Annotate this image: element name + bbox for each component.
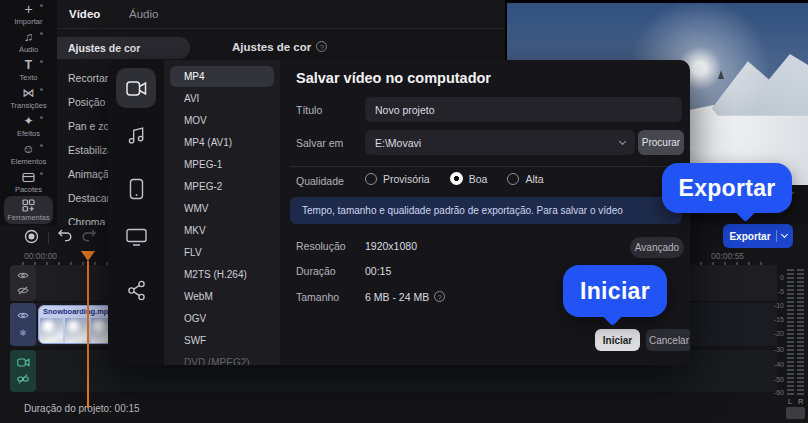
- export-button[interactable]: Exportar: [723, 224, 793, 248]
- playhead-marker[interactable]: [81, 251, 95, 261]
- start-button[interactable]: Iniciar: [595, 329, 640, 351]
- playhead-line[interactable]: [87, 261, 89, 408]
- sidebar-item-elementos[interactable]: ☺ Elementos: [0, 140, 57, 168]
- meter-db-label: -60: [746, 389, 784, 396]
- badge-dot: [40, 172, 43, 175]
- meter-db-label: -5: [746, 288, 784, 295]
- sparkles-icon: ✦: [23, 115, 33, 128]
- sidebar-item-importar[interactable]: + Importar: [0, 0, 57, 28]
- radio-label[interactable]: Provisória: [383, 173, 430, 185]
- format-item[interactable]: MOV: [170, 110, 274, 131]
- category-share-button[interactable]: [108, 280, 164, 301]
- tool-item[interactable]: Posição: [68, 96, 105, 108]
- radio-label[interactable]: Boa: [469, 173, 488, 185]
- meter-control[interactable]: [786, 407, 805, 419]
- audio-meter-right: [797, 269, 804, 396]
- sidebar-item-audio[interactable]: ♫ Áudio: [0, 28, 57, 56]
- category-audio-button[interactable]: [108, 126, 164, 145]
- sidebar-item-texto[interactable]: T Texto: [0, 56, 57, 84]
- clip-thumbnail: [65, 318, 88, 344]
- advanced-button[interactable]: Avançado: [630, 237, 684, 258]
- iniciar-callout: Iniciar: [563, 265, 667, 317]
- meter-channel-right: R: [798, 397, 803, 406]
- clip-thumbnail: [40, 318, 63, 344]
- format-item[interactable]: FLV: [170, 242, 274, 263]
- save-location-value: E:\Movavi: [375, 137, 421, 149]
- iniciar-callout-label: Iniciar: [580, 278, 650, 305]
- panel-title: Ajustes de cor?: [232, 41, 327, 53]
- radio-label[interactable]: Alta: [525, 173, 543, 185]
- browse-button[interactable]: Procurar: [638, 130, 684, 155]
- format-item[interactable]: MPEG-2: [170, 176, 274, 197]
- export-dialog: MP4 AVI MOV MP4 (AV1) MPEG-1 MPEG-2 WMV …: [108, 60, 690, 365]
- transition-icon: ⋈: [23, 87, 35, 100]
- title-field-label: Título: [296, 104, 322, 116]
- export-button-label: Exportar: [729, 231, 770, 242]
- tree: [718, 70, 724, 79]
- save-location-select[interactable]: E:\Movavi: [365, 130, 635, 155]
- track-header-video: ❄: [10, 303, 36, 346]
- track-header-linked: [10, 350, 36, 392]
- sidebar-item-transicoes[interactable]: ⋈ Transições: [0, 84, 57, 112]
- eye-icon[interactable]: [17, 311, 29, 320]
- format-item[interactable]: MPEG-1: [170, 154, 274, 175]
- timeline-clip-snowboarding[interactable]: Snowboarding.mp4: [38, 305, 116, 344]
- category-video-button[interactable]: [116, 68, 156, 108]
- sidebar-item-ferramentas[interactable]: Ferramentas: [4, 196, 53, 224]
- tab-audio[interactable]: Áudio: [129, 8, 158, 20]
- tool-item-ajustes-de-cor[interactable]: Ajustes de cor: [57, 37, 190, 59]
- format-item[interactable]: SWF: [170, 330, 274, 351]
- duration-label: Duração: [296, 265, 336, 277]
- project-duration-label: Duração do projeto: 00:15: [24, 403, 140, 414]
- format-item[interactable]: WMV: [170, 198, 274, 219]
- sidebar-item-pacotes[interactable]: Pacotes: [0, 168, 57, 196]
- clip-name: Snowboarding.mp4: [39, 306, 115, 318]
- format-item[interactable]: OGV: [170, 308, 274, 329]
- size-label: Tamanho: [296, 291, 339, 303]
- eye-icon[interactable]: [17, 271, 29, 280]
- track-header-overlay: [10, 265, 36, 301]
- tv-icon: [126, 228, 147, 246]
- plus-icon: +: [24, 3, 32, 16]
- snowflake-icon[interactable]: ❄: [19, 329, 27, 338]
- tab-video[interactable]: Vídeo: [69, 8, 100, 20]
- resolution-label: Resolução: [296, 240, 346, 252]
- camera-icon[interactable]: [17, 358, 30, 367]
- meter-channel-left: L: [788, 397, 792, 406]
- radio-provisoria[interactable]: [365, 173, 377, 185]
- meter-db-label: -40: [746, 361, 784, 368]
- format-item[interactable]: MKV: [170, 220, 274, 241]
- package-icon: [22, 171, 35, 184]
- category-device-button[interactable]: [108, 178, 164, 200]
- radio-alta[interactable]: [507, 173, 519, 185]
- category-tv-button[interactable]: [108, 228, 164, 246]
- eye-off-icon[interactable]: [17, 286, 29, 295]
- help-icon[interactable]: ?: [316, 41, 327, 52]
- redo-button[interactable]: [82, 229, 97, 242]
- format-item[interactable]: DVD (MPEG2): [170, 352, 274, 365]
- dialog-title: Salvar vídeo no computador: [296, 70, 491, 86]
- format-list: MP4 AVI MOV MP4 (AV1) MPEG-1 MPEG-2 WMV …: [164, 60, 280, 365]
- save-location-label: Salvar em: [296, 137, 343, 149]
- record-button[interactable]: [24, 229, 39, 244]
- chevron-down-icon: [619, 137, 626, 144]
- help-icon[interactable]: ?: [434, 291, 445, 302]
- format-item[interactable]: MP4 (AV1): [170, 132, 274, 153]
- chevron-down-icon: [781, 231, 788, 238]
- sidebar-label: Pacotes: [15, 185, 42, 194]
- format-item[interactable]: M2TS (H.264): [170, 264, 274, 285]
- sidebar-item-efeitos[interactable]: ✦ Efeitos: [0, 112, 57, 140]
- format-item-mp4[interactable]: MP4: [170, 66, 274, 87]
- format-item[interactable]: WebM: [170, 286, 274, 307]
- app-window: + Importar ♫ Áudio T Texto ⋈ Transições …: [0, 0, 808, 423]
- title-input[interactable]: [365, 97, 682, 122]
- undo-button[interactable]: [57, 229, 72, 242]
- panel-tabbar: Vídeo Áudio: [57, 0, 505, 29]
- radio-boa-selected[interactable]: [450, 172, 463, 185]
- link-off-icon[interactable]: [17, 374, 29, 384]
- cancel-button[interactable]: Cancelar: [646, 329, 690, 351]
- meter-db-label: -15: [746, 316, 784, 323]
- format-item[interactable]: AVI: [170, 88, 274, 109]
- sidebar-label: Ferramentas: [7, 213, 50, 222]
- dialog-divider: [290, 166, 680, 167]
